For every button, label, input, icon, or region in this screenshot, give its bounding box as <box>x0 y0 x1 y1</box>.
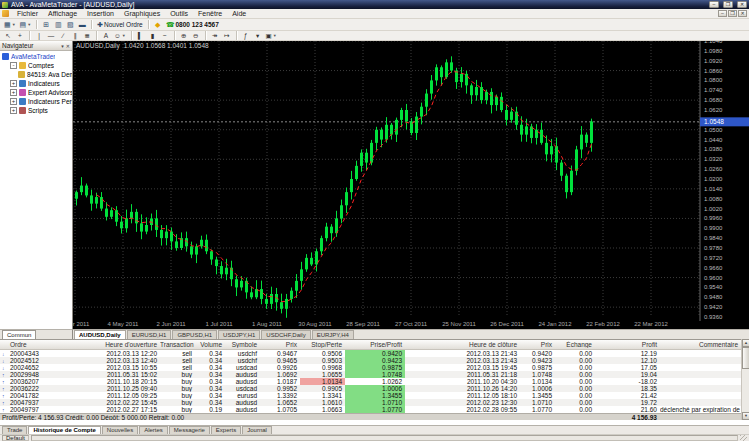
history-row[interactable]: ↑200417822011.12.05 09:25buy0.34eurusd1.… <box>0 392 749 399</box>
profile-indicator[interactable]: Default <box>2 435 29 441</box>
terminal-tab-experts[interactable]: Experts <box>211 426 241 434</box>
column-header-prix-10[interactable]: Prix <box>520 341 555 348</box>
menu-affichage[interactable]: Affichage <box>43 9 82 19</box>
column-header-prix-6[interactable]: Prix <box>260 341 300 348</box>
line-chart-button[interactable]: ~ <box>159 32 171 40</box>
auto-scroll-button[interactable]: ↠ <box>209 32 221 40</box>
column-header-e-change-11[interactable]: Échange <box>555 341 595 348</box>
arrows-button[interactable]: ☺▼ <box>112 32 128 40</box>
support-phone-button[interactable]: ☎0800 123 4567 <box>164 20 221 30</box>
navigator-item-84519-ava-demo[interactable]: 84519: Ava Demo <box>2 70 72 79</box>
history-row[interactable]: ↑200497972012.02.27 17:15buy0.19audusd1.… <box>0 406 749 413</box>
menu-outils[interactable]: Outils <box>165 9 193 19</box>
terminal-tab-trade[interactable]: Trade <box>2 426 27 434</box>
history-row[interactable]: ↑200299482011.05.31 15:02buy0.34audusd1.… <box>0 371 749 378</box>
column-header-prise-profit-8[interactable]: Prise/Profit <box>345 341 405 348</box>
price-chart-canvas[interactable]: 1.10401.09801.09201.08601.08001.07401.06… <box>73 41 749 329</box>
zoom-in-button[interactable]: ⊕ <box>178 32 190 40</box>
navigator-item-indicateurs-personnalise-s[interactable]: +Indicateurs Personnalisés <box>2 97 72 106</box>
column-header-profit-12[interactable]: Profit <box>595 341 660 348</box>
profiles-button[interactable]: ▤▼ <box>18 20 34 30</box>
fibonacci-button[interactable]: ≣ <box>81 32 93 40</box>
terminal-tab-nouvelles[interactable]: Nouvelles <box>102 426 138 434</box>
indicators-button[interactable]: ƒ <box>240 32 252 40</box>
history-row[interactable]: ↑200362222011.10.25 09:40buy0.34usdcad0.… <box>0 385 749 392</box>
history-row[interactable]: ↓200246522012.03.15 10:55sell0.34usdcad0… <box>0 364 749 371</box>
expand-icon[interactable]: + <box>10 107 17 114</box>
chart-tab-usdchf-daily[interactable]: USDCHF,Daily <box>261 330 310 339</box>
navigator-item-avametatrader[interactable]: AvaMetaTrader <box>2 52 72 61</box>
mdi-restore-button[interactable]: ❐ <box>728 10 737 17</box>
column-header-heure-d-ouverture-2[interactable]: Heure d'ouverture <box>95 341 160 348</box>
new-chart-button[interactable]: ▦▼ <box>2 20 18 30</box>
crosshair-button[interactable]: + <box>14 32 26 40</box>
menu-aide[interactable]: Aide <box>227 9 251 19</box>
resize-grip-icon[interactable] <box>740 435 747 441</box>
terminal-tab-journal[interactable]: Journal <box>242 426 272 434</box>
cell-heure-d-ouverture: 2012.03.13 12:40 <box>95 357 160 364</box>
metaeditor-button[interactable]: ◆ <box>152 20 164 30</box>
navigator-item-comptes[interactable]: -Comptes <box>2 61 72 70</box>
navigator-close-icon[interactable]: ✕ <box>66 43 70 49</box>
navigator-window-button[interactable]: ▧ <box>64 20 76 30</box>
vertical-line-button[interactable]: | <box>33 32 45 40</box>
new-order-button[interactable]: ✚Nouvel Ordre <box>95 20 145 30</box>
navigator-item-indicateurs[interactable]: +Indicateurs <box>2 79 72 88</box>
history-row[interactable]: ↓200245122012.03.13 12:40sell0.34usdchf0… <box>0 357 749 364</box>
periods-button[interactable]: ▾ <box>252 32 264 40</box>
menu-fene-tre[interactable]: Fenêtre <box>193 9 227 19</box>
data-window-button[interactable]: ▥ <box>52 20 64 30</box>
chart-shift-button[interactable]: ↦ <box>221 32 233 40</box>
column-header-stop-perte-7[interactable]: Stop/Perte <box>300 341 345 348</box>
terminal-tab-messagerie[interactable]: Messagerie <box>169 426 210 434</box>
menu-graphiques[interactable]: Graphiques <box>119 9 165 19</box>
market-watch-button[interactable]: ⊞ <box>40 20 52 30</box>
terminal-tab-historique-de-compte[interactable]: Historique de Compte <box>28 426 100 434</box>
column-header-commentaire-13[interactable]: Commentaire <box>660 341 741 348</box>
candlestick-button[interactable]: ▮ <box>147 32 159 40</box>
cursor-button[interactable]: ↖ <box>2 32 14 40</box>
navigator-item-scripts[interactable]: +Scripts <box>2 106 72 115</box>
history-row[interactable]: ↑200362072011.10.18 20:15buy0.34audusd1.… <box>0 378 749 385</box>
scroll-up-icon[interactable]: ▲ <box>742 339 749 347</box>
scrollbar-thumb[interactable] <box>742 347 749 369</box>
column-header-transaction-3[interactable]: Transaction <box>160 341 195 348</box>
chart-tab-usdjpy-h1[interactable]: USDJPY,H1 <box>218 330 260 339</box>
chart-tab-eurjpy-h4[interactable]: EURJPY,H4 <box>312 330 354 339</box>
navigator-tab-common[interactable]: Commun <box>2 330 36 339</box>
history-row[interactable]: ↓200043432012.03.13 12:20sell0.34usdchf0… <box>0 350 749 357</box>
navigator-dropdown-icon[interactable]: ▾ <box>61 43 64 49</box>
expand-icon[interactable]: + <box>10 89 17 96</box>
mdi-minimize-button[interactable]: – <box>718 10 727 17</box>
chart-window[interactable]: AUDUSD,Daily 1.0420 1.0568 1.0401 1.0548… <box>73 41 749 329</box>
column-header-ordre-1[interactable]: Ordre <box>8 341 95 348</box>
text-button[interactable]: A <box>100 32 112 40</box>
horizontal-line-button[interactable]: ― <box>45 32 57 40</box>
maximize-button[interactable]: ❐ <box>723 1 733 8</box>
collapse-icon[interactable]: - <box>10 62 17 69</box>
menu-insertion[interactable]: Insertion <box>82 9 119 19</box>
minimize-button[interactable]: – <box>709 1 719 8</box>
column-header-volume-4[interactable]: Volume <box>195 341 225 348</box>
menu-fichier[interactable]: Fichier <box>12 9 43 19</box>
column-header-heure-de-clo-ture-9[interactable]: Heure de clôture <box>405 341 520 348</box>
history-row[interactable]: ↑200479372012.02.22 15:45buy0.34audusd1.… <box>0 399 749 406</box>
chart-tab-gbpusd-h1[interactable]: GBPUSD,H1 <box>172 330 217 339</box>
mdi-close-button[interactable]: ✕ <box>738 10 747 17</box>
expand-icon[interactable]: + <box>10 80 17 87</box>
close-button[interactable]: ✕ <box>737 1 747 8</box>
trendline-button[interactable]: ∕ <box>57 32 69 40</box>
zoom-out-button[interactable]: ⊖ <box>190 32 202 40</box>
scroll-down-icon[interactable]: ▼ <box>742 412 749 420</box>
bar-chart-button[interactable]: ▍ <box>135 32 147 40</box>
chart-tab-eurusd-h1[interactable]: EURUSD,H1 <box>127 330 172 339</box>
column-header-symbole-5[interactable]: Symbole <box>225 341 260 348</box>
navigator-item-expert-advisors[interactable]: +Expert Advisors <box>2 88 72 97</box>
channel-button[interactable]: ∥ <box>69 32 81 40</box>
chart-tab-audusd-daily[interactable]: AUDUSD,Daily <box>74 330 126 339</box>
terminal-tab-alertes[interactable]: Alertes <box>139 426 168 434</box>
expand-icon[interactable]: + <box>10 98 17 105</box>
templates-button[interactable]: ▣▼ <box>264 32 279 40</box>
terminal-window-button[interactable]: ▬ <box>76 20 88 30</box>
terminal-scrollbar[interactable]: ▲ ▼ <box>741 339 749 420</box>
